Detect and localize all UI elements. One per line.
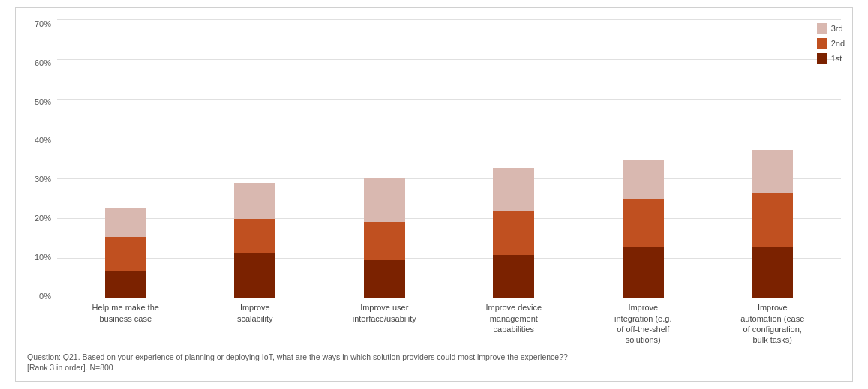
- bar-group: [72, 19, 179, 298]
- stacked-bar: [493, 168, 534, 299]
- x-axis-label: Improveintegration (e.g.of off-the-shelf…: [590, 302, 697, 345]
- legend-label: 2nd: [831, 39, 845, 48]
- x-axis-label: Help me make thebusiness case: [72, 302, 179, 345]
- stacked-bar: [623, 160, 664, 298]
- bars-row: [57, 19, 841, 298]
- legend-swatch: [817, 23, 827, 34]
- bar-segment-3rd: [234, 183, 275, 219]
- bar-segment-3rd: [752, 150, 793, 193]
- x-axis-label: Improveautomation (easeof configuration,…: [719, 302, 827, 345]
- bar-segment-1st: [364, 260, 405, 298]
- x-labels: Help me make thebusiness caseImprovescal…: [57, 302, 841, 345]
- bar-segment-2nd: [493, 211, 534, 255]
- bar-group: [719, 19, 827, 298]
- bar-segment-1st: [105, 271, 146, 299]
- footnote: Question: Q21. Based on your experience …: [27, 352, 841, 373]
- grid-and-bars: [57, 19, 841, 298]
- bar-segment-2nd: [364, 222, 405, 260]
- bar-group: [331, 19, 438, 298]
- y-axis-label: 70%: [35, 19, 51, 28]
- stacked-bar: [752, 150, 793, 299]
- chart-container: 70%60%50%40%30%20%10%0% Help me make the…: [15, 7, 853, 382]
- chart-area: 70%60%50%40%30%20%10%0% Help me make the…: [27, 19, 841, 346]
- stacked-bar: [105, 208, 146, 298]
- bar-segment-1st: [752, 247, 793, 299]
- bar-segment-2nd: [752, 193, 793, 247]
- legend-swatch: [817, 53, 827, 64]
- x-axis-label: Improve userinterface/usability: [331, 302, 438, 345]
- legend-label: 3rd: [831, 24, 843, 33]
- y-axis-label: 50%: [35, 97, 51, 106]
- bar-group: [590, 19, 697, 298]
- y-axis-label: 30%: [35, 175, 51, 184]
- y-axis-label: 20%: [35, 214, 51, 223]
- bar-segment-3rd: [364, 178, 405, 221]
- legend-swatch: [817, 38, 827, 49]
- y-axis-label: 0%: [39, 292, 51, 301]
- stacked-bar: [364, 178, 405, 298]
- bar-group: [202, 19, 309, 298]
- y-axis-label: 40%: [35, 136, 51, 145]
- bar-segment-3rd: [493, 168, 534, 211]
- bar-segment-2nd: [623, 199, 664, 247]
- bar-segment-1st: [234, 253, 275, 299]
- bar-segment-3rd: [105, 208, 146, 237]
- plot-area: Help me make thebusiness caseImprovescal…: [57, 19, 841, 346]
- x-axis-label: Improve devicemanagementcapabilities: [461, 302, 568, 345]
- y-axis-label: 60%: [35, 58, 51, 67]
- bar-segment-2nd: [234, 219, 275, 253]
- bar-segment-3rd: [623, 160, 664, 198]
- bar-segment-1st: [493, 255, 534, 298]
- legend-item: 2nd: [817, 38, 845, 49]
- y-axis: 70%60%50%40%30%20%10%0%: [27, 19, 57, 346]
- stacked-bar: [234, 183, 275, 298]
- bar-group: [461, 19, 568, 298]
- y-axis-label: 10%: [35, 253, 51, 262]
- legend-item: 1st: [817, 53, 845, 64]
- legend: 3rd2nd1st: [817, 23, 845, 64]
- legend-label: 1st: [831, 54, 842, 63]
- legend-item: 3rd: [817, 23, 845, 34]
- bar-segment-2nd: [105, 237, 146, 271]
- x-axis-label: Improvescalability: [202, 302, 309, 345]
- bar-segment-1st: [623, 247, 664, 299]
